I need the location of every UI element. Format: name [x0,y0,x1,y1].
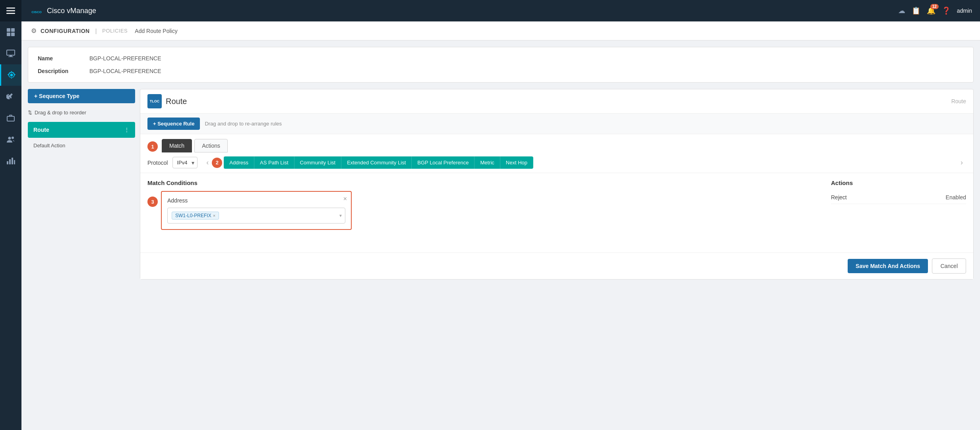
config-gear-icon: ⚙ [31,27,37,35]
cancel-button[interactable]: Cancel [932,258,966,274]
filter-tab-address[interactable]: Address [224,156,254,169]
users-icon[interactable] [0,129,21,150]
config-title: CONFIGURATION [41,28,90,34]
app-logo: CISCO Cisco vManage [29,4,96,18]
app-title: Cisco vManage [47,7,96,15]
address-match-box: Address × SW1-L0-PREFIX × ▾ [161,191,352,230]
default-action-item[interactable]: Default Action [28,139,135,152]
cloud-icon[interactable]: ☁ [898,6,905,15]
match-conditions-title: Match Conditions [147,179,825,186]
protocol-select[interactable]: IPv4 [172,157,198,168]
filter-tab-metric[interactable]: Metric [475,156,500,169]
monitor-icon[interactable] [0,43,21,64]
protocol-label: Protocol [147,160,168,166]
step-badge-3: 3 [147,197,158,207]
action-value-reject: Enabled [946,194,966,201]
svg-rect-14 [7,161,8,164]
svg-point-12 [8,137,11,140]
svg-point-13 [12,137,14,139]
config-separator: | [95,28,97,34]
hamburger-menu-icon[interactable] [0,0,21,21]
route-item-menu-icon[interactable]: ⋮ [124,127,130,133]
address-box-label: Address [167,197,345,204]
step-badge-2: 2 [212,158,222,168]
config-subtitle: POLICIES [102,28,128,34]
svg-rect-11 [7,116,14,121]
filter-tab-as-path-list[interactable]: AS Path List [254,156,294,169]
route-title: Route [166,97,187,106]
dashboard-icon[interactable] [0,21,21,43]
filter-tab-extended-community-list[interactable]: Extended Community List [341,156,412,169]
route-item[interactable]: Route ⋮ [28,122,135,138]
settings-icon[interactable] [0,64,21,86]
filter-prev-arrow[interactable]: ‹ [203,157,212,168]
save-match-actions-button[interactable]: Save Match And Actions [848,259,928,273]
action-name-reject: Reject [831,194,847,201]
tab-actions[interactable]: Actions [194,139,228,152]
svg-point-10 [10,74,13,77]
address-tag-input[interactable]: SW1-L0-PREFIX × ▾ [167,208,345,224]
filter-tab-bgp-local-preference[interactable]: BGP Local Preference [412,156,475,169]
svg-rect-4 [11,28,15,32]
svg-rect-2 [6,13,15,14]
svg-rect-7 [7,50,15,55]
name-value: BGP-LOCAL-PREFERENCE [89,55,161,62]
svg-rect-15 [9,159,11,164]
tab-match[interactable]: Match [162,139,192,152]
filter-next-arrow[interactable]: › [957,157,966,168]
filter-tab-next-hop[interactable]: Next Hop [500,156,533,169]
briefcase-icon[interactable] [0,107,21,129]
description-label: Description [38,68,89,74]
notification-icon[interactable]: 🔔 12 [927,6,935,15]
step-badge-1: 1 [147,141,158,152]
tag-remove-icon[interactable]: × [213,213,215,218]
svg-rect-5 [7,33,10,36]
drag-hint: Drag and drop to re-arrange rules [205,121,282,127]
sequence-rule-button[interactable]: + Sequence Rule [147,118,200,130]
drag-reorder-label[interactable]: ⇅ Drag & drop to reorder [28,106,135,119]
svg-text:CISCO: CISCO [31,10,41,14]
help-icon[interactable]: ❓ [942,6,951,15]
drag-icon: ⇅ [28,110,32,116]
route-item-label: Route [33,127,49,133]
address-tag[interactable]: SW1-L0-PREFIX × [172,212,219,220]
user-menu[interactable]: admin [957,8,972,14]
address-box-close[interactable]: × [343,196,347,202]
svg-rect-8 [10,56,12,56]
notification-badge: 12 [930,4,939,9]
tag-input-arrow-icon: ▾ [339,213,342,218]
actions-panel-title: Actions [831,179,966,186]
name-label: Name [38,55,89,62]
action-row-reject: Reject Enabled [831,191,966,204]
svg-rect-6 [11,33,15,36]
svg-rect-17 [14,160,15,164]
filter-tab-community-list[interactable]: Community List [294,156,342,169]
description-value: BGP-LOCAL-PREFERENCE [89,68,161,74]
svg-rect-9 [8,56,13,57]
tools-icon[interactable] [0,86,21,107]
tloc-icon: TLOC [147,94,162,108]
svg-rect-1 [6,10,15,12]
route-right-label: Route [951,98,966,104]
svg-rect-3 [7,28,10,32]
config-action: Add Route Policy [135,28,177,34]
chart-icon[interactable] [0,150,21,172]
clipboard-icon[interactable]: 📋 [912,6,920,15]
svg-rect-16 [12,158,13,164]
svg-rect-0 [6,8,15,9]
sequence-type-button[interactable]: + Sequence Type [28,89,135,103]
